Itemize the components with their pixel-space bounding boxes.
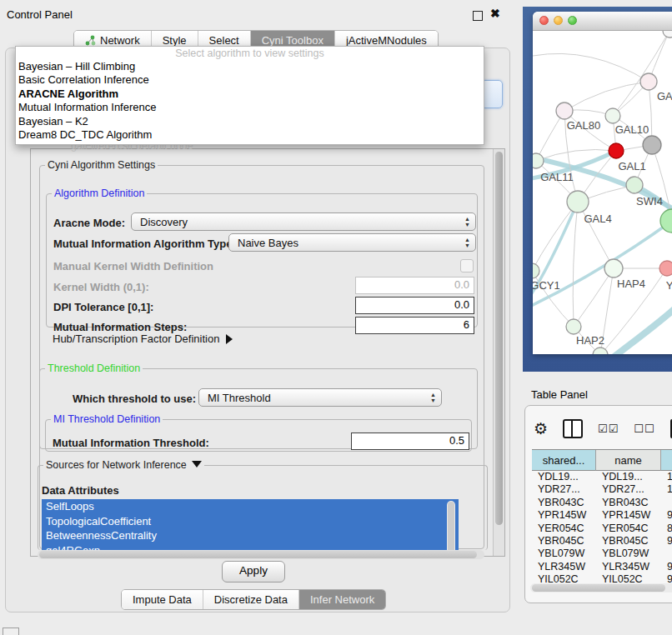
settings-horizontal-scrollbar[interactable]	[38, 550, 484, 559]
network-node-gal10[interactable]	[605, 108, 620, 123]
network-edge[interactable]	[564, 82, 649, 111]
group-title: Cyni Algorithm Settings	[45, 159, 158, 171]
dpi-tolerance-field[interactable]: 0.0	[355, 297, 474, 314]
table-row[interactable]: YER054CYER054C8.	[532, 522, 672, 535]
network-node-hap2[interactable]	[566, 319, 581, 334]
mi-threshold-group: MI Threshold Definition Mutual Informati…	[45, 413, 472, 452]
network-node-hap4[interactable]	[604, 259, 623, 278]
table-row[interactable]: YBR045CYBR045C9.	[532, 535, 672, 548]
tab-infer-network[interactable]: Infer Network	[298, 590, 385, 609]
table-cell: YDR27...	[532, 483, 596, 496]
table-row[interactable]: YBL079WYBL079W	[532, 548, 672, 560]
which-threshold-select[interactable]: MI Threshold ▲▼	[198, 388, 442, 407]
network-node-label: GAL	[657, 90, 672, 102]
table-cell: YLR345W	[532, 561, 596, 573]
tab-discretize-data[interactable]: Discretize Data	[203, 590, 298, 609]
floating-panel-button-fragment[interactable]	[3, 628, 19, 635]
mi-threshold-group-title: MI Threshold Definition	[51, 413, 163, 425]
network-node-y[interactable]	[659, 261, 672, 276]
mi-type-select[interactable]: Naive Bayes ▲▼	[228, 233, 476, 252]
dropdown-item[interactable]: Mutual Information Inference	[16, 101, 484, 114]
table-cell: YER054C	[596, 522, 661, 535]
apply-button[interactable]: Apply	[222, 561, 285, 582]
algorithm-definition-title: Algorithm Definition	[52, 188, 147, 199]
dpi-tolerance-label: DPI Tolerance [0,1]:	[53, 301, 153, 313]
kernel-width-field[interactable]: 0.0	[355, 277, 474, 294]
network-edge[interactable]	[533, 221, 672, 308]
network-node-gcy1[interactable]	[533, 263, 539, 278]
network-node[interactable]	[643, 136, 661, 154]
close-window-icon[interactable]	[539, 16, 549, 25]
chevron-right-icon	[226, 334, 233, 344]
float-panel-icon[interactable]	[473, 11, 483, 21]
network-node-label: GAL4	[584, 212, 611, 225]
stepper-icon: ▲▼	[464, 216, 470, 228]
data-attributes-label: Data Attributes	[42, 484, 119, 497]
network-edge[interactable]	[533, 53, 649, 82]
stepper-icon: ▲▼	[430, 392, 436, 403]
table-cell: 13	[661, 471, 672, 483]
table-row[interactable]: YLR345WYLR345W9.	[532, 561, 672, 573]
attribute-list-item[interactable]: SelfLoops	[42, 499, 459, 514]
settings-vertical-scrollbar[interactable]	[493, 149, 504, 556]
minimize-window-icon[interactable]	[554, 16, 563, 25]
network-window-titlebar[interactable]	[533, 12, 672, 31]
close-panel-icon[interactable]: ✖	[490, 7, 500, 20]
table-header-row: shared...nameA	[532, 450, 672, 471]
table-row[interactable]: YDR27...YDR27...12	[532, 483, 672, 496]
manual-kernel-label: Manual Kernel Width Definition	[53, 260, 213, 272]
network-edge[interactable]	[603, 308, 672, 354]
network-edge[interactable]	[533, 202, 578, 271]
table-horizontal-scrollbar[interactable]	[530, 583, 672, 592]
aracne-mode-label: Aracne Mode:	[53, 217, 125, 229]
dropdown-item[interactable]: Bayesian – K2	[16, 115, 484, 128]
network-edge[interactable]	[613, 31, 669, 116]
tab-label: Cyni Toolbox	[262, 34, 323, 47]
sources-title[interactable]: Sources for Network Inference	[43, 459, 204, 471]
network-node-gal11[interactable]	[533, 153, 544, 168]
table-cell: YBR043C	[532, 497, 596, 509]
aracne-mode-select[interactable]: Discovery ▲▼	[131, 212, 476, 231]
attributes-scrollbar[interactable]	[447, 501, 455, 556]
network-node-gal4[interactable]	[567, 191, 589, 212]
network-node-gal[interactable]	[640, 73, 657, 90]
tab-label: jActiveMNodules	[346, 34, 427, 47]
deselect-all-icon[interactable]: ☐☐	[634, 422, 654, 435]
column-header-name[interactable]: name	[596, 450, 661, 471]
table-row[interactable]: YBR043CYBR043C	[532, 497, 672, 509]
dropdown-item[interactable]: Basic Correlation Inference	[16, 73, 484, 87]
mi-threshold-field[interactable]: 0.5	[351, 432, 469, 450]
table-panel-title: Table Panel	[531, 388, 588, 401]
manual-kernel-checkbox[interactable]	[460, 259, 474, 272]
network-node-swi4[interactable]	[626, 177, 643, 193]
tab-impute-data[interactable]: Impute Data	[122, 590, 203, 609]
column-header-A[interactable]: A	[661, 450, 672, 471]
dropdown-item[interactable]: ARACNE Algorithm	[16, 88, 484, 101]
bottom-tab-bar: Impute DataDiscretize DataInfer Network	[121, 589, 386, 610]
table-panel: ⚙ ☑☑ ☐☐ shared...nameA YDL19...YDL19...1…	[524, 405, 672, 603]
dropdown-item[interactable]: Bayesian – Hill Climbing	[16, 60, 484, 73]
table-row[interactable]: YDL19...YDL19...13	[532, 471, 672, 483]
network-canvas[interactable]: GALGAL80GAL10GAL1GAL11SWI4GAL4GCY1HAP4YH…	[533, 31, 672, 354]
table-cell: YBL079W	[596, 548, 661, 560]
table-cell: YDL19...	[596, 471, 661, 483]
hub-definition-toggle[interactable]: Hub/Transcription Factor Definition	[53, 332, 233, 345]
network-node[interactable]	[663, 31, 672, 38]
table-cell: YDR27...	[596, 483, 661, 496]
attribute-list-item[interactable]: BetweennessCentrality	[42, 528, 459, 543]
table-row[interactable]: YPR145WYPR145W9.	[532, 509, 672, 522]
network-node-label: SWI4	[636, 195, 663, 208]
attribute-list-item[interactable]: TopologicalCoefficient	[42, 514, 459, 529]
split-panel-icon[interactable]	[563, 419, 583, 438]
network-node-gal80[interactable]	[556, 102, 573, 119]
dropdown-item[interactable]: Dream8 DC_TDC Algorithm	[16, 128, 484, 142]
mi-steps-field[interactable]: 6	[355, 317, 474, 334]
select-all-icon[interactable]: ☑☑	[598, 422, 619, 435]
zoom-window-icon[interactable]	[568, 16, 577, 25]
settings-gear-icon[interactable]: ⚙	[534, 421, 548, 438]
network-edge[interactable]	[574, 268, 614, 327]
column-header-shared[interactable]: shared...	[532, 450, 596, 471]
network-edge[interactable]	[573, 202, 578, 327]
network-window[interactable]: GALGAL80GAL10GAL1GAL11SWI4GAL4GCY1HAP4YH…	[533, 12, 672, 354]
network-node-gal1[interactable]	[609, 143, 624, 158]
